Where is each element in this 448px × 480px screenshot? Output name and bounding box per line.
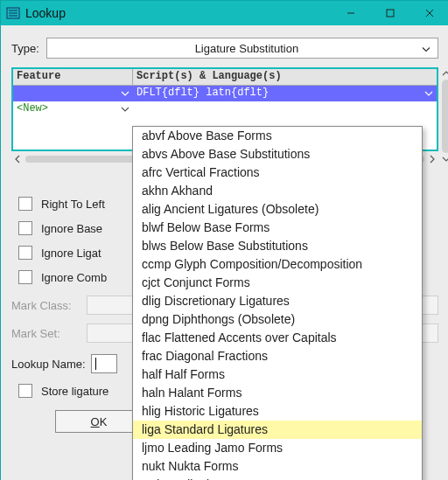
ignore-base-label: Ignore Base [41, 222, 102, 235]
ignore-liga-checkbox[interactable] [18, 246, 32, 260]
dropdown-item[interactable]: afrc Vertical Fractions [133, 163, 422, 182]
mark-set-label: Mark Set: [11, 327, 87, 340]
rtl-label: Right To Left [41, 198, 105, 211]
window-title: Lookup [25, 6, 66, 20]
dropdown-item[interactable]: haln Halant Forms [133, 384, 422, 402]
scroll-right-icon[interactable] [426, 153, 438, 165]
dropdown-item[interactable]: nukt Nukta Forms [133, 457, 422, 476]
svg-rect-1 [387, 10, 394, 17]
rtl-checkbox[interactable] [18, 197, 32, 211]
scroll-left-icon[interactable] [11, 153, 24, 165]
type-select-value: Ligature Substitution [56, 42, 438, 55]
dropdown-item[interactable]: cjct Conjunct Forms [133, 274, 422, 292]
dropdown-item[interactable]: liga Standard Ligatures [133, 421, 422, 439]
lookup-name-input[interactable] [91, 354, 117, 373]
dropdown-item[interactable]: blwf Below Base Forms [133, 219, 422, 237]
dropdown-item[interactable]: dpng Diphthongs (Obsolete) [133, 310, 422, 329]
dropdown-item[interactable]: akhn Akhand [133, 182, 422, 200]
content-area: Type: Ligature Substitution Feature [1, 25, 448, 480]
dropdown-item[interactable]: half Half Forms [133, 365, 422, 384]
new-label: <New> [17, 102, 48, 115]
feature-cell-selected[interactable] [13, 86, 133, 101]
chevron-down-icon [422, 42, 430, 55]
dropdown-item[interactable]: ccmp Glyph Composition/Decomposition [133, 255, 422, 274]
lookup-name-label: Lookup Name: [11, 358, 86, 371]
ignore-comb-label: Ignore Comb [41, 271, 107, 284]
store-label: Store ligature [41, 385, 108, 398]
maximize-button[interactable] [370, 1, 410, 25]
titlebar[interactable]: Lookup [1, 1, 448, 25]
scripts-cell-selected[interactable]: DFLT{dflt} latn{dflt} [133, 86, 437, 101]
column-header-feature[interactable]: Feature [13, 69, 133, 86]
text-cursor [95, 358, 96, 370]
ok-button[interactable]: OK [55, 410, 143, 433]
dropdown-item[interactable]: blws Below Base Substitutions [133, 237, 422, 255]
ok-mnemonic: O [91, 415, 100, 428]
scroll-up-icon[interactable] [440, 67, 448, 80]
column-header-scripts[interactable]: Script(s) & Language(s) [133, 69, 437, 86]
dropdown-item[interactable]: ljmo Leading Jamo Forms [133, 439, 422, 457]
ok-rest: K [100, 415, 108, 428]
close-button[interactable] [410, 1, 448, 25]
dropdown-item[interactable]: abvf Above Base Forms [133, 127, 422, 145]
chevron-down-icon [424, 87, 433, 100]
minimize-button[interactable] [331, 1, 370, 25]
dropdown-item[interactable]: alig Ancient Ligatures (Obsolete) [133, 200, 422, 219]
chevron-down-icon [121, 103, 130, 115]
lookup-window: Lookup Type: Ligature Substitution Fe [0, 0, 448, 480]
mark-class-label: Mark Class: [11, 299, 87, 312]
chevron-down-icon [121, 87, 130, 100]
scroll-down-icon[interactable] [440, 153, 448, 165]
type-select[interactable]: Ligature Substitution [46, 38, 438, 59]
vertical-scrollbar[interactable] [440, 67, 448, 165]
dropdown-item[interactable]: hlig Historic Ligatures [133, 402, 422, 421]
feature-cell-new[interactable]: <New> [13, 101, 133, 117]
ignore-liga-label: Ignore Ligat [41, 247, 102, 260]
dropdown-item[interactable]: ordn Ordinals [133, 476, 422, 480]
dropdown-item[interactable]: abvs Above Base Substitutions [133, 145, 422, 163]
dropdown-item[interactable]: frac Diagonal Fractions [133, 347, 422, 365]
ignore-comb-checkbox[interactable] [18, 270, 32, 284]
dropdown-item[interactable]: dlig Discretionary Ligatures [133, 292, 422, 310]
store-checkbox[interactable] [18, 384, 32, 398]
feature-dropdown[interactable]: abvf Above Base Formsabvs Above Base Sub… [132, 126, 423, 480]
scroll-track[interactable] [442, 80, 448, 153]
dropdown-item[interactable]: flac Flattened Accents over Capitals [133, 329, 422, 347]
ignore-base-checkbox[interactable] [18, 221, 32, 235]
scripts-cell-value: DFLT{dflt} latn{dflt} [136, 87, 269, 99]
app-icon [6, 6, 20, 20]
type-label: Type: [11, 42, 39, 55]
